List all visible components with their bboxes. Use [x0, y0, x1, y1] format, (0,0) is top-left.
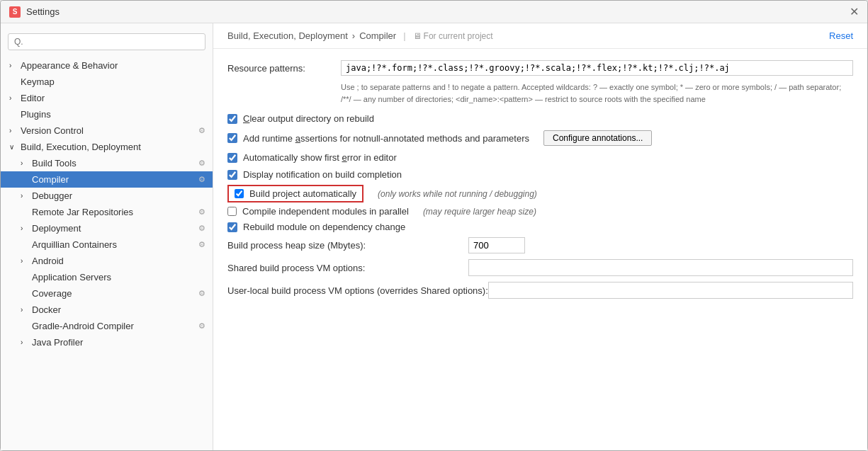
title-bar: S Settings ✕	[1, 1, 867, 23]
build-auto-row: Build project automatically (only works …	[227, 185, 853, 202]
heap-size-row: Build process heap size (Mbytes):	[227, 237, 853, 253]
shared-vm-row: Shared build process VM options:	[227, 259, 853, 276]
title-bar-left: S Settings	[9, 6, 60, 18]
settings-icon: ⚙	[198, 175, 205, 184]
compile-parallel-inner: Compile independent modules in parallel	[227, 206, 409, 217]
search-input[interactable]	[8, 33, 205, 50]
sidebar-item-keymap[interactable]: Keymap	[1, 74, 213, 90]
breadcrumb-path-prefix: Build, Execution, Deployment	[227, 30, 348, 41]
arrow-icon: ›	[21, 306, 29, 314]
sidebar-item-label: Android	[32, 256, 64, 266]
sidebar-item-compiler[interactable]: Compiler ⚙	[1, 171, 213, 188]
main-content: › Appearance & Behavior Keymap › Editor …	[1, 23, 867, 450]
sidebar-item-build-tools[interactable]: › Build Tools ⚙	[1, 155, 213, 171]
heap-size-label: Build process heap size (Mbytes):	[227, 240, 468, 251]
sidebar-item-label: Compiler	[32, 174, 69, 185]
user-vm-label: User-local build process VM options (ove…	[227, 285, 488, 296]
sidebar-item-deployment[interactable]: › Deployment ⚙	[1, 220, 213, 236]
configure-annotations-button[interactable]: Configure annotations...	[543, 130, 652, 146]
clear-output-label: Clear output directory on rebuild	[243, 113, 374, 124]
compile-parallel-checkbox[interactable]	[227, 207, 237, 216]
arrow-icon: ›	[21, 192, 29, 200]
arrow-icon: ›	[21, 257, 29, 265]
user-vm-row: User-local build process VM options (ove…	[227, 282, 853, 299]
checkbox-runtime-assertions: Add runtime assertions for notnull-annot…	[227, 129, 853, 147]
shared-vm-input[interactable]	[468, 259, 853, 276]
arrow-icon: ›	[21, 159, 29, 167]
display-notification-checkbox[interactable]	[227, 170, 237, 180]
show-first-error-label: Automatically show first error in editor	[243, 152, 397, 163]
sidebar-item-label: Plugins	[21, 109, 51, 120]
project-icon: 🖥	[413, 31, 422, 41]
sidebar-item-label: Version Control	[21, 125, 84, 136]
sidebar-item-debugger[interactable]: › Debugger	[1, 188, 213, 204]
breadcrumb-current: Compiler	[359, 30, 396, 41]
sidebar-item-app-servers[interactable]: Application Servers	[1, 269, 213, 285]
show-first-error-checkbox[interactable]	[227, 153, 237, 163]
sidebar-item-java-profiler[interactable]: › Java Profiler	[1, 334, 213, 350]
window-title: Settings	[26, 6, 60, 17]
shared-vm-label: Shared build process VM options:	[227, 263, 468, 273]
build-auto-highlighted: Build project automatically	[227, 185, 363, 202]
build-auto-note: (only works while not running / debuggin…	[378, 189, 537, 199]
heap-size-input[interactable]	[468, 237, 525, 253]
sidebar-item-remote-jar[interactable]: Remote Jar Repositories ⚙	[1, 204, 213, 220]
sidebar-item-android[interactable]: › Android	[1, 253, 213, 269]
sidebar-item-arquillian[interactable]: Arquillian Containers ⚙	[1, 236, 213, 253]
settings-icon: ⚙	[198, 207, 205, 217]
breadcrumb-separator: ›	[352, 30, 355, 41]
settings-icon: ⚙	[198, 289, 205, 298]
checkbox-display-notification: Display notification on build completion	[227, 168, 853, 181]
clear-output-checkbox[interactable]	[227, 114, 237, 124]
sidebar-item-label: Java Profiler	[32, 337, 83, 348]
compile-parallel-row: Compile independent modules in parallel …	[227, 206, 853, 217]
arrow-icon: ›	[9, 127, 18, 135]
close-button[interactable]: ✕	[850, 6, 859, 18]
separator: |	[403, 30, 405, 41]
settings-icon: ⚙	[198, 321, 205, 331]
sidebar-item-label: Editor	[21, 93, 45, 103]
settings-body: Resource patterns: Use ; to separate pat…	[213, 49, 867, 450]
sidebar-item-label: Deployment	[32, 223, 81, 234]
sidebar-item-label: Appearance & Behavior	[21, 60, 118, 71]
main-panel: Build, Execution, Deployment › Compiler …	[213, 23, 867, 450]
runtime-assertions-checkbox[interactable]	[227, 133, 237, 143]
sidebar-item-label: Docker	[32, 304, 61, 315]
build-auto-checkbox[interactable]	[235, 189, 244, 198]
project-label: For current project	[424, 31, 493, 41]
resource-patterns-row: Resource patterns:	[227, 60, 853, 76]
sidebar-item-version-control[interactable]: › Version Control ⚙	[1, 122, 213, 139]
user-vm-input[interactable]	[488, 282, 853, 299]
sidebar-item-gradle-android[interactable]: Gradle-Android Compiler ⚙	[1, 318, 213, 334]
sidebar-item-build-exec[interactable]: ∨ Build, Execution, Deployment	[1, 139, 213, 155]
sidebar: › Appearance & Behavior Keymap › Editor …	[1, 23, 213, 450]
checkbox-clear-output: Clear output directory on rebuild	[227, 112, 853, 125]
sidebar-item-label: Build, Execution, Deployment	[21, 142, 141, 152]
checkbox-rebuild-dependency: Rebuild module on dependency change	[227, 220, 853, 234]
sidebar-item-editor[interactable]: › Editor	[1, 90, 213, 106]
display-notification-label: Display notification on build completion	[243, 169, 402, 180]
settings-icon: ⚙	[198, 159, 205, 168]
reset-button[interactable]: Reset	[829, 30, 853, 41]
arrow-icon: ∨	[9, 143, 18, 151]
sidebar-item-docker[interactable]: › Docker	[1, 302, 213, 318]
sidebar-item-label: Debugger	[32, 190, 72, 201]
arrow-icon: ›	[9, 94, 18, 102]
settings-icon: ⚙	[198, 240, 205, 249]
compile-parallel-label: Compile independent modules in parallel	[242, 206, 409, 217]
sidebar-item-label: Application Servers	[32, 272, 111, 282]
compile-parallel-note: (may require larger heap size)	[423, 207, 536, 217]
settings-window: S Settings ✕ › Appearance & Behavior Key…	[0, 0, 868, 451]
sidebar-item-coverage[interactable]: Coverage ⚙	[1, 285, 213, 302]
sidebar-item-label: Keymap	[21, 76, 55, 87]
rebuild-dependency-checkbox[interactable]	[227, 222, 237, 232]
hint-text: Use ; to separate patterns and ! to nega…	[341, 81, 853, 105]
app-icon: S	[9, 6, 21, 18]
breadcrumb: Build, Execution, Deployment › Compiler …	[213, 23, 867, 49]
runtime-assertions-label: Add runtime assertions for notnull-annot…	[243, 133, 529, 144]
checkbox-show-first-error: Automatically show first error in editor	[227, 151, 853, 164]
breadcrumb-project: 🖥 For current project	[413, 31, 493, 41]
sidebar-item-appearance[interactable]: › Appearance & Behavior	[1, 57, 213, 74]
sidebar-item-plugins[interactable]: Plugins	[1, 106, 213, 122]
resource-patterns-input[interactable]	[341, 60, 853, 76]
